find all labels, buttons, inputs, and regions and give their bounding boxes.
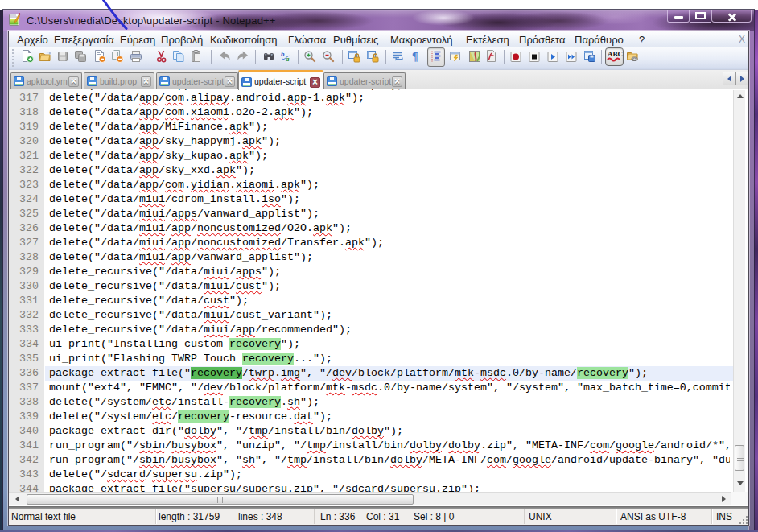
svg-text:b: b: [281, 50, 285, 58]
svg-text:ABC: ABC: [608, 50, 623, 58]
svg-text:¶: ¶: [412, 51, 418, 63]
